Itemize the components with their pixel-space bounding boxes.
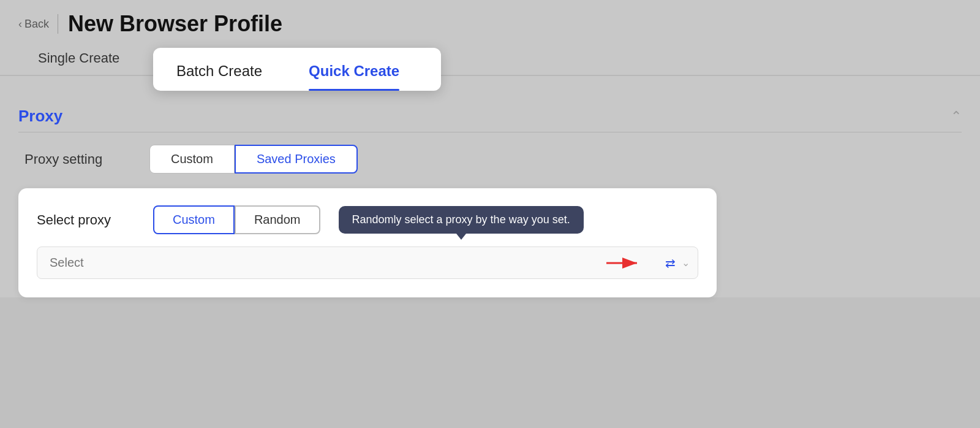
header-divider xyxy=(58,14,58,34)
chevron-up-icon[interactable]: ⌃ xyxy=(951,109,962,124)
proxy-section-title: Proxy xyxy=(18,107,62,126)
proxy-setting-saved-btn[interactable]: Saved Proxies xyxy=(235,145,358,174)
red-arrow-wrapper xyxy=(606,257,643,269)
proxy-type-btn-group: Custom Random xyxy=(153,205,320,234)
proxy-select-input[interactable] xyxy=(37,246,698,279)
back-label: Back xyxy=(24,18,49,31)
tab-card: Batch Create Quick Create xyxy=(153,48,441,91)
back-button[interactable]: ‹ Back xyxy=(18,18,49,31)
page-background: ‹ Back New Browser Profile Single Create… xyxy=(0,0,980,428)
page-title: New Browser Profile xyxy=(68,11,282,37)
main-content: Proxy ⌃ Proxy setting Custom Saved Proxi… xyxy=(0,76,980,297)
tab-single-create[interactable]: Single Create xyxy=(18,43,139,75)
proxy-setting-label: Proxy setting xyxy=(24,151,135,167)
page-header: ‹ Back New Browser Profile xyxy=(0,0,980,43)
proxy-setting-btn-group: Custom Saved Proxies xyxy=(149,145,358,174)
proxy-section-header: Proxy ⌃ xyxy=(18,101,962,132)
tab-quick-create[interactable]: Quick Create xyxy=(285,54,423,91)
proxy-setting-custom-btn[interactable]: Custom xyxy=(149,145,235,174)
back-arrow-icon: ‹ xyxy=(18,18,22,31)
tab-batch-create[interactable]: Batch Create xyxy=(153,54,285,91)
caret-down-icon[interactable]: ⌄ xyxy=(682,257,690,269)
red-arrow-icon xyxy=(606,257,643,269)
select-proxy-card: Select proxy Custom Random Randomly sele… xyxy=(18,188,717,297)
select-icons: ⇄ ⌄ xyxy=(665,256,690,270)
proxy-type-custom-btn[interactable]: Custom xyxy=(153,205,235,234)
proxy-type-random-btn[interactable]: Random xyxy=(235,205,320,234)
proxy-section: Proxy ⌃ Proxy setting Custom Saved Proxi… xyxy=(18,101,962,297)
proxy-select-row: ⇄ ⌄ xyxy=(37,246,698,279)
select-proxy-label: Select proxy xyxy=(37,212,141,228)
shuffle-icon[interactable]: ⇄ xyxy=(665,256,676,270)
proxy-setting-row: Proxy setting Custom Saved Proxies xyxy=(18,145,962,174)
tab-bar: Single Create Batch Create Quick Create xyxy=(0,43,980,76)
random-proxy-tooltip: Randomly select a proxy by the way you s… xyxy=(339,206,584,234)
select-proxy-row: Select proxy Custom Random Randomly sele… xyxy=(37,205,698,234)
